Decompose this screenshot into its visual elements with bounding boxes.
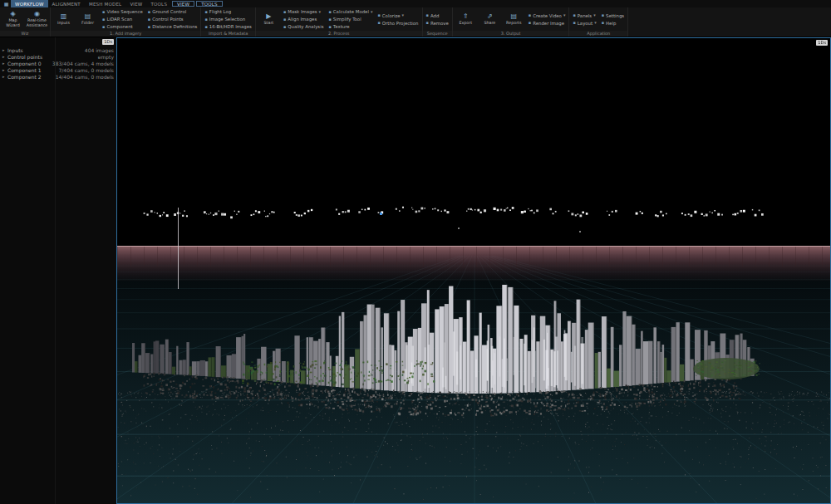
chevron-down-icon: ▾ (319, 10, 322, 14)
ribbon-item-simplify-tool[interactable]: ▪Simplify Tool (327, 16, 374, 22)
ribbon-item-settings[interactable]: ▪Settings (600, 12, 627, 19)
tree-item-control-points[interactable]: ▸Control pointsempty (0, 53, 116, 60)
ribbon-group-2-process: ▶Start▪Mask Images▾▪Align Images▪Quality… (256, 7, 423, 37)
ribbon-group-label: 3. Output (453, 31, 569, 37)
bullet-icon: ▪ (148, 25, 150, 29)
ribbon-column: ▪Calculate Model▾▪Simplify Tool▪Texture (327, 8, 374, 30)
bullet-icon: ▪ (529, 21, 531, 25)
bullet-icon: ▪ (377, 21, 380, 25)
chevron-down-icon: ▾ (371, 10, 373, 14)
ribbon-item-label: Remove (430, 21, 449, 26)
ribbon-button-folder[interactable]: ▤Folder (76, 8, 99, 30)
ribbon-item-label: Create Video (533, 13, 562, 18)
tab-view-3[interactable]: VIEW (125, 0, 146, 7)
ribbon-item-label: Render Image (533, 21, 564, 26)
ribbon-item-calculate-model[interactable]: ▪Calculate Model▾ (327, 8, 374, 15)
ribbon-item-label: Help (606, 21, 616, 26)
ribbon-item-component[interactable]: ▪Component (101, 23, 145, 30)
ribbon-item-texture[interactable]: ▪Texture (327, 23, 374, 30)
ribbon-button-export[interactable]: ⇑Export (455, 8, 477, 30)
ribbon-item-16-bit-hdr-images[interactable]: ▪16-Bit/HDR Images (203, 23, 253, 30)
ribbon-item-label: Colorize (382, 13, 401, 18)
ribbon-item-lidar-scan[interactable]: ▪LiDAR Scan (101, 16, 145, 22)
assistance-icon: ◉ (34, 11, 40, 17)
tree-item-label: Component 1 (7, 67, 42, 73)
ribbon-button-map-wizard[interactable]: ◈Map Wizard (2, 8, 24, 30)
bullet-icon: ▪ (102, 25, 105, 29)
tree-item-value: 404 images (85, 47, 114, 53)
ribbon-item-label: Mask Images (288, 9, 317, 14)
tab-alignment-1[interactable]: ALIGNMENT (48, 0, 85, 7)
ribbon-item-label: Ground Control (152, 9, 186, 14)
ribbon-item-layout[interactable]: ▪Layout▾ (571, 20, 597, 27)
ribbon-item-label: Distance Definitions (152, 24, 197, 29)
tab-tools-4[interactable]: TOOLS (147, 0, 172, 7)
bullet-icon: ▪ (426, 13, 429, 17)
ribbon-group-import-metadata: ▪Flight Log▪Image Selection▪16-Bit/HDR I… (201, 7, 255, 37)
bullet-icon: ▪ (148, 17, 150, 22)
share-icon: ⇗ (487, 13, 493, 20)
bullet-icon: ▪ (283, 10, 286, 14)
ribbon-item-label: Texture (333, 24, 350, 29)
tab-tools-6[interactable]: TOOLS (196, 1, 223, 7)
ribbon-button-label: Reports (506, 21, 521, 26)
ribbon-group-label: Sequence (423, 31, 452, 37)
ribbon-item-add[interactable]: ▪Add (425, 12, 450, 19)
ribbon-item-create-video[interactable]: ▪Create Video▾ (527, 12, 568, 19)
ribbon-group-1-add-imagery: ▥Inputs▤Folder▪Video Sequence▪LiDAR Scan… (51, 7, 201, 37)
ribbon-item-video-sequence[interactable]: ▪Video Sequence (101, 8, 145, 15)
ribbon-item-render-image[interactable]: ▪Render Image (527, 20, 568, 27)
scene-canvas[interactable] (117, 38, 830, 503)
bullet-icon: ▪ (328, 10, 331, 14)
bullet-icon: ▪ (328, 17, 331, 22)
tab-mesh-model-2[interactable]: MESH MODEL (85, 0, 125, 7)
downscale-badge: 1Ds (102, 39, 114, 45)
ribbon-item-quality-analysis[interactable]: ▪Quality Analysis (282, 23, 326, 30)
ribbon-item-help[interactable]: ▪Help (600, 20, 627, 27)
tab-view-5[interactable]: VIEW (172, 1, 194, 7)
ribbon-button-reports[interactable]: ▤Reports (503, 8, 525, 30)
sidebar-divider (55, 37, 56, 504)
scene-tree-panel: 1Ds ▸Inputs404 images▸Control pointsempt… (0, 37, 116, 504)
ribbon-item-flight-log[interactable]: ▪Flight Log (203, 8, 253, 15)
ribbon-column: ▪Video Sequence▪LiDAR Scan▪Component (101, 8, 145, 30)
ribbon-item-label: Video Sequence (106, 9, 142, 14)
bullet-icon: ▪ (328, 25, 331, 29)
ribbon-column: ▪Mask Images▾▪Align Images▪Quality Analy… (282, 8, 326, 30)
ribbon-item-ground-control[interactable]: ▪Ground Control (146, 8, 199, 15)
viewport-downscale-badge: 1Ds (816, 40, 828, 46)
tree-item-component-2[interactable]: ▸Component 214/404 cams, 0 models (0, 73, 116, 80)
tree-item-value: 383/404 cams, 4 models (52, 61, 114, 66)
ribbon-button-share[interactable]: ⇗Share (479, 8, 501, 30)
ribbon-item-ortho-projection[interactable]: ▪Ortho Projection (376, 20, 420, 27)
3d-viewport[interactable]: 1Ds (116, 37, 831, 504)
start-icon: ▶ (266, 13, 271, 20)
tree-item-component-1[interactable]: ▸Component 17/404 cams, 0 models (0, 66, 116, 73)
ribbon-group-sequence: ▪Add▪RemoveSequence (423, 7, 453, 37)
reports-icon: ▤ (511, 13, 518, 20)
ribbon-button-start[interactable]: ▶Start (258, 8, 280, 30)
tree-item-inputs[interactable]: ▸Inputs404 images (0, 46, 116, 53)
ribbon-item-colorize[interactable]: ▪Colorize▾ (376, 12, 420, 19)
ribbon-button-label: Start (264, 21, 274, 26)
ribbon-button-label: Share (484, 21, 495, 26)
ribbon-item-distance-definitions[interactable]: ▪Distance Definitions (146, 23, 199, 30)
tab-workflow-0[interactable]: WORKFLOW (11, 0, 48, 7)
ribbon-item-panels[interactable]: ▪Panels▾ (571, 12, 597, 19)
ribbon-button-label: Real-time Assistance (26, 18, 48, 27)
app-menu-icon[interactable]: ▦ (2, 0, 11, 7)
ribbon-button-inputs[interactable]: ▥Inputs (52, 8, 75, 30)
ribbon-item-align-images[interactable]: ▪Align Images (282, 16, 326, 22)
ribbon-item-image-selection[interactable]: ▪Image Selection (203, 16, 253, 22)
ribbon-group-label: 2. Process (256, 31, 422, 37)
tree-item-component-0[interactable]: ▸Component 0383/404 cams, 4 models (0, 60, 116, 66)
bullet-icon: ▪ (204, 25, 207, 29)
ribbon-item-remove[interactable]: ▪Remove (425, 20, 450, 27)
ribbon-item-label: Quality Analysis (288, 24, 323, 29)
bullet-icon: ▪ (102, 10, 105, 14)
bullet-icon: ▪ (204, 10, 207, 14)
ribbon-item-mask-images[interactable]: ▪Mask Images▾ (282, 8, 326, 15)
ribbon-button-real-time-assistance[interactable]: ◉Real-time Assistance (26, 8, 48, 30)
ribbon-item-control-points[interactable]: ▪Control Points (146, 16, 199, 22)
ribbon-column: ▪Create Video▾▪Render Image (527, 8, 568, 30)
